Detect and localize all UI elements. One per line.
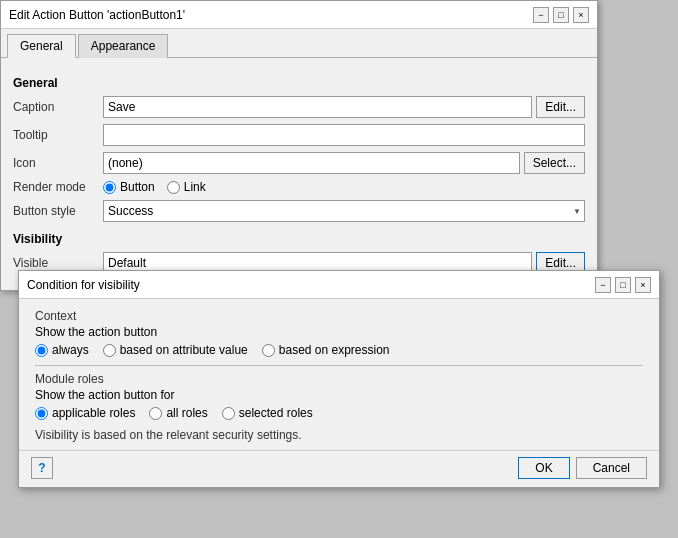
module-roles-show-text: Show the action button for: [35, 388, 643, 402]
context-attribute-label: based on attribute value: [120, 343, 248, 357]
main-dialog-titlebar: Edit Action Button 'actionButton1' − □ ×: [1, 1, 597, 29]
button-style-select-wrapper: Success Default Primary Danger Warning I…: [103, 200, 585, 222]
icon-row: Icon Select...: [13, 152, 585, 174]
roles-all-label: all roles: [166, 406, 207, 420]
module-roles-radio-row: applicable roles all roles selected role…: [35, 406, 643, 420]
render-mode-button-radio[interactable]: [103, 181, 116, 194]
context-attribute-option[interactable]: based on attribute value: [103, 343, 248, 357]
cancel-button[interactable]: Cancel: [576, 457, 647, 479]
icon-label: Icon: [13, 156, 103, 170]
main-titlebar-controls: − □ ×: [533, 7, 589, 23]
module-roles-section-header: Module roles: [35, 372, 643, 386]
condition-minimize-btn[interactable]: −: [595, 277, 611, 293]
render-mode-link-option[interactable]: Link: [167, 180, 206, 194]
caption-edit-btn[interactable]: Edit...: [536, 96, 585, 118]
main-dialog-title: Edit Action Button 'actionButton1': [9, 8, 185, 22]
context-always-radio[interactable]: [35, 344, 48, 357]
roles-applicable-option[interactable]: applicable roles: [35, 406, 135, 420]
caption-label: Caption: [13, 100, 103, 114]
help-btn[interactable]: ?: [31, 457, 53, 479]
condition-footer: ? OK Cancel: [19, 450, 659, 487]
condition-close-btn[interactable]: ×: [635, 277, 651, 293]
tooltip-label: Tooltip: [13, 128, 103, 142]
render-mode-link-label: Link: [184, 180, 206, 194]
context-show-text: Show the action button: [35, 325, 643, 339]
button-style-row: Button style Success Default Primary Dan…: [13, 200, 585, 222]
condition-content: Context Show the action button always ba…: [19, 299, 659, 450]
general-section-header: General: [13, 76, 585, 90]
separator: [35, 365, 643, 366]
ok-button[interactable]: OK: [518, 457, 569, 479]
render-mode-button-option[interactable]: Button: [103, 180, 155, 194]
context-section-header: Context: [35, 309, 643, 323]
main-dialog-content: General Caption Edit... Tooltip Icon Sel…: [1, 58, 597, 290]
condition-titlebar: Condition for visibility − □ ×: [19, 271, 659, 299]
condition-maximize-btn[interactable]: □: [615, 277, 631, 293]
tab-general[interactable]: General: [7, 34, 76, 58]
render-mode-row: Render mode Button Link: [13, 180, 585, 194]
context-attribute-radio[interactable]: [103, 344, 116, 357]
button-style-label: Button style: [13, 204, 103, 218]
render-mode-radio-group: Button Link: [103, 180, 206, 194]
render-mode-button-label: Button: [120, 180, 155, 194]
button-style-select[interactable]: Success Default Primary Danger Warning I…: [103, 200, 585, 222]
main-close-btn[interactable]: ×: [573, 7, 589, 23]
tooltip-input[interactable]: [103, 124, 585, 146]
main-maximize-btn[interactable]: □: [553, 7, 569, 23]
tab-bar: General Appearance: [1, 29, 597, 58]
roles-all-radio[interactable]: [149, 407, 162, 420]
visibility-note: Visibility is based on the relevant secu…: [35, 428, 643, 442]
icon-input[interactable]: [103, 152, 520, 174]
context-expression-option[interactable]: based on expression: [262, 343, 390, 357]
condition-dialog-title: Condition for visibility: [27, 278, 140, 292]
roles-selected-radio[interactable]: [222, 407, 235, 420]
render-mode-label: Render mode: [13, 180, 103, 194]
roles-selected-option[interactable]: selected roles: [222, 406, 313, 420]
visibility-section-header: Visibility: [13, 232, 585, 246]
render-mode-link-radio[interactable]: [167, 181, 180, 194]
condition-dialog: Condition for visibility − □ × Context S…: [18, 270, 660, 488]
main-minimize-btn[interactable]: −: [533, 7, 549, 23]
roles-all-option[interactable]: all roles: [149, 406, 207, 420]
visible-label: Visible: [13, 256, 103, 270]
context-always-label: always: [52, 343, 89, 357]
icon-select-btn[interactable]: Select...: [524, 152, 585, 174]
roles-selected-label: selected roles: [239, 406, 313, 420]
context-expression-label: based on expression: [279, 343, 390, 357]
main-dialog: Edit Action Button 'actionButton1' − □ ×…: [0, 0, 598, 291]
context-expression-radio[interactable]: [262, 344, 275, 357]
context-radio-row: always based on attribute value based on…: [35, 343, 643, 357]
condition-titlebar-controls: − □ ×: [595, 277, 651, 293]
context-always-option[interactable]: always: [35, 343, 89, 357]
caption-row: Caption Edit...: [13, 96, 585, 118]
caption-input[interactable]: [103, 96, 532, 118]
roles-applicable-radio[interactable]: [35, 407, 48, 420]
roles-applicable-label: applicable roles: [52, 406, 135, 420]
tab-appearance[interactable]: Appearance: [78, 34, 169, 58]
tooltip-row: Tooltip: [13, 124, 585, 146]
